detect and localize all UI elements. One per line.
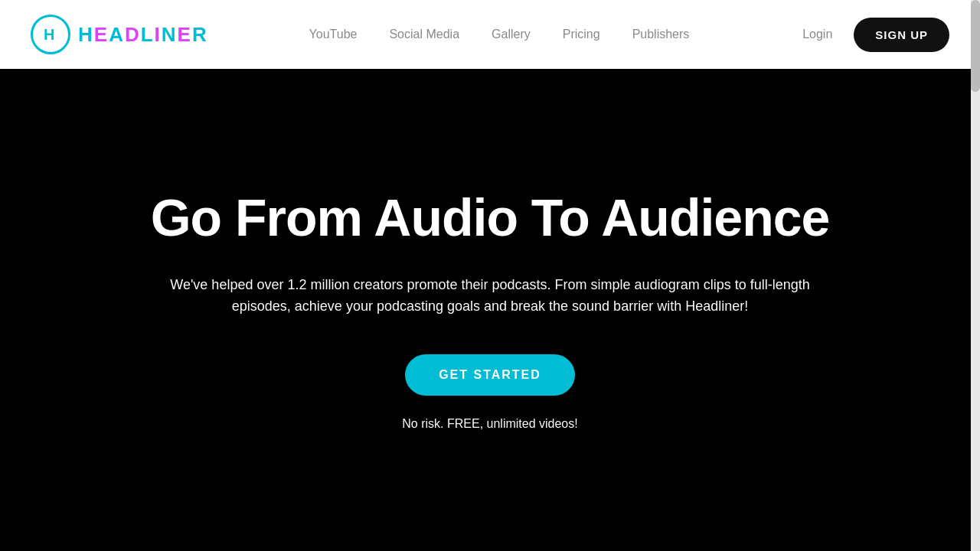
scrollbar-track[interactable] xyxy=(971,0,980,551)
logo-text: HEADLINER xyxy=(78,23,208,47)
nav-publishers[interactable]: Publishers xyxy=(620,21,702,47)
nav-right: Login SIGN UP xyxy=(790,18,949,52)
signup-button[interactable]: SIGN UP xyxy=(854,18,949,52)
hero-title: Go From Audio To Audience xyxy=(151,189,830,246)
get-started-button[interactable]: GET STARTED xyxy=(405,354,575,396)
nav-youtube[interactable]: YouTube xyxy=(297,21,370,47)
hero-subtitle: We've helped over 1.2 million creators p… xyxy=(161,274,819,318)
logo[interactable]: H HEADLINER xyxy=(31,15,208,54)
navbar: H HEADLINER YouTube Social Media Gallery… xyxy=(0,0,980,69)
headliner-logo-svg: H xyxy=(40,24,61,45)
logo-icon: H xyxy=(31,15,70,54)
scrollbar-thumb[interactable] xyxy=(971,0,980,92)
no-risk-text: No risk. FREE, unlimited videos! xyxy=(402,417,577,431)
nav-gallery[interactable]: Gallery xyxy=(479,21,543,47)
login-link[interactable]: Login xyxy=(790,21,844,47)
nav-links: YouTube Social Media Gallery Pricing Pub… xyxy=(297,21,702,47)
hero-section: Go From Audio To Audience We've helped o… xyxy=(0,69,980,551)
nav-pricing[interactable]: Pricing xyxy=(550,21,612,47)
nav-social-media[interactable]: Social Media xyxy=(377,21,472,47)
svg-text:H: H xyxy=(44,26,54,43)
